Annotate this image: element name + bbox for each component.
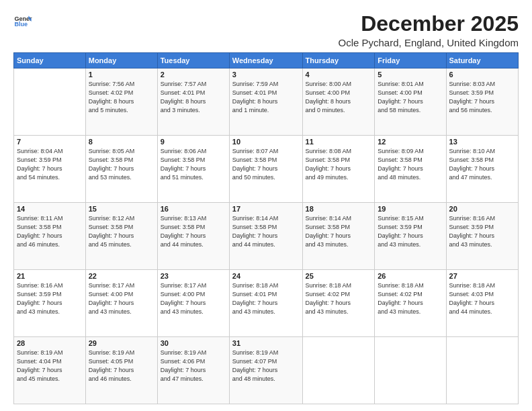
header-saturday: Saturday: [446, 53, 518, 68]
day-number: 8: [89, 138, 154, 146]
day-number: 22: [89, 272, 154, 280]
day-number: 29: [89, 339, 154, 347]
header-wednesday: Wednesday: [229, 53, 302, 68]
day-number: 15: [89, 205, 154, 213]
day-info: Sunrise: 7:59 AM Sunset: 4:01 PM Dayligh…: [232, 80, 300, 115]
day-info: Sunrise: 8:07 AM Sunset: 3:58 PM Dayligh…: [232, 147, 300, 182]
header-thursday: Thursday: [302, 53, 375, 68]
day-number: 19: [378, 205, 443, 213]
calendar-cell: [14, 68, 86, 136]
day-number: 10: [232, 138, 300, 146]
calendar-cell: 15Sunrise: 8:12 AM Sunset: 3:58 PM Dayli…: [85, 203, 157, 270]
calendar-cell: 22Sunrise: 8:17 AM Sunset: 4:00 PM Dayli…: [85, 270, 157, 337]
week-row-4: 28Sunrise: 8:19 AM Sunset: 4:04 PM Dayli…: [14, 337, 519, 404]
calendar-cell: 26Sunrise: 8:18 AM Sunset: 4:02 PM Dayli…: [375, 270, 446, 337]
day-info: Sunrise: 8:08 AM Sunset: 3:58 PM Dayligh…: [306, 147, 372, 182]
calendar-cell: [302, 337, 375, 404]
day-number: 12: [378, 138, 443, 146]
day-info: Sunrise: 8:17 AM Sunset: 4:00 PM Dayligh…: [89, 281, 154, 316]
calendar-cell: [446, 337, 518, 404]
day-info: Sunrise: 8:06 AM Sunset: 3:58 PM Dayligh…: [161, 147, 226, 182]
day-info: Sunrise: 8:14 AM Sunset: 3:58 PM Dayligh…: [306, 214, 372, 249]
calendar-cell: 9Sunrise: 8:06 AM Sunset: 3:58 PM Daylig…: [157, 136, 229, 203]
calendar-cell: 16Sunrise: 8:13 AM Sunset: 3:58 PM Dayli…: [157, 203, 229, 270]
week-row-2: 14Sunrise: 8:11 AM Sunset: 3:58 PM Dayli…: [14, 203, 519, 270]
day-info: Sunrise: 8:16 AM Sunset: 3:59 PM Dayligh…: [449, 214, 515, 249]
week-row-3: 21Sunrise: 8:16 AM Sunset: 3:59 PM Dayli…: [14, 270, 519, 337]
day-info: Sunrise: 8:12 AM Sunset: 3:58 PM Dayligh…: [89, 214, 154, 249]
header-monday: Monday: [85, 53, 157, 68]
day-number: 27: [449, 272, 515, 280]
day-info: Sunrise: 8:16 AM Sunset: 3:59 PM Dayligh…: [17, 281, 83, 316]
day-number: 9: [161, 138, 226, 146]
header: General Blue December 2025 Ocle Pychard,…: [13, 12, 519, 48]
header-tuesday: Tuesday: [157, 53, 229, 68]
day-info: Sunrise: 8:10 AM Sunset: 3:58 PM Dayligh…: [449, 147, 515, 182]
logo-icon: General Blue: [13, 12, 32, 31]
day-number: 31: [232, 339, 300, 347]
day-number: 3: [232, 71, 300, 79]
calendar-cell: 18Sunrise: 8:14 AM Sunset: 3:58 PM Dayli…: [302, 203, 375, 270]
calendar: SundayMondayTuesdayWednesdayThursdayFrid…: [13, 52, 519, 404]
day-info: Sunrise: 8:01 AM Sunset: 4:00 PM Dayligh…: [378, 80, 443, 115]
week-row-0: 1Sunrise: 7:56 AM Sunset: 4:02 PM Daylig…: [14, 68, 519, 136]
day-info: Sunrise: 8:04 AM Sunset: 3:59 PM Dayligh…: [17, 147, 83, 182]
calendar-cell: 28Sunrise: 8:19 AM Sunset: 4:04 PM Dayli…: [14, 337, 86, 404]
subtitle: Ocle Pychard, England, United Kingdom: [339, 37, 519, 48]
day-number: 26: [378, 272, 443, 280]
day-info: Sunrise: 8:13 AM Sunset: 3:58 PM Dayligh…: [161, 214, 226, 249]
calendar-cell: 30Sunrise: 8:19 AM Sunset: 4:06 PM Dayli…: [157, 337, 229, 404]
calendar-cell: 2Sunrise: 7:57 AM Sunset: 4:01 PM Daylig…: [157, 68, 229, 136]
calendar-cell: 13Sunrise: 8:10 AM Sunset: 3:58 PM Dayli…: [446, 136, 518, 203]
day-number: 16: [161, 205, 226, 213]
calendar-cell: 21Sunrise: 8:16 AM Sunset: 3:59 PM Dayli…: [14, 270, 86, 337]
calendar-cell: 6Sunrise: 8:03 AM Sunset: 3:59 PM Daylig…: [446, 68, 518, 136]
day-number: 20: [449, 205, 515, 213]
day-number: 25: [306, 272, 372, 280]
day-info: Sunrise: 8:03 AM Sunset: 3:59 PM Dayligh…: [449, 80, 515, 115]
day-info: Sunrise: 8:18 AM Sunset: 4:01 PM Dayligh…: [232, 281, 300, 316]
calendar-header-row: SundayMondayTuesdayWednesdayThursdayFrid…: [14, 53, 519, 68]
page: General Blue December 2025 Ocle Pychard,…: [0, 0, 532, 411]
logo: General Blue: [13, 12, 32, 31]
day-number: 17: [232, 205, 300, 213]
calendar-cell: 4Sunrise: 8:00 AM Sunset: 4:00 PM Daylig…: [302, 68, 375, 136]
day-info: Sunrise: 8:05 AM Sunset: 3:58 PM Dayligh…: [89, 147, 154, 182]
day-number: 1: [89, 71, 154, 79]
calendar-cell: 1Sunrise: 7:56 AM Sunset: 4:02 PM Daylig…: [85, 68, 157, 136]
day-info: Sunrise: 7:57 AM Sunset: 4:01 PM Dayligh…: [161, 80, 226, 115]
header-friday: Friday: [375, 53, 446, 68]
day-number: 6: [449, 71, 515, 79]
day-info: Sunrise: 8:14 AM Sunset: 3:58 PM Dayligh…: [232, 214, 300, 249]
day-number: 28: [17, 339, 83, 347]
calendar-cell: 24Sunrise: 8:18 AM Sunset: 4:01 PM Dayli…: [229, 270, 302, 337]
calendar-cell: 11Sunrise: 8:08 AM Sunset: 3:58 PM Dayli…: [302, 136, 375, 203]
calendar-cell: [375, 337, 446, 404]
day-number: 23: [161, 272, 226, 280]
calendar-cell: 27Sunrise: 8:18 AM Sunset: 4:03 PM Dayli…: [446, 270, 518, 337]
day-info: Sunrise: 8:19 AM Sunset: 4:05 PM Dayligh…: [89, 349, 154, 383]
title-block: December 2025 Ocle Pychard, England, Uni…: [339, 12, 519, 48]
calendar-cell: 8Sunrise: 8:05 AM Sunset: 3:58 PM Daylig…: [85, 136, 157, 203]
day-number: 2: [161, 71, 226, 79]
day-number: 18: [306, 205, 372, 213]
day-info: Sunrise: 8:19 AM Sunset: 4:06 PM Dayligh…: [161, 349, 226, 383]
day-info: Sunrise: 7:56 AM Sunset: 4:02 PM Dayligh…: [89, 80, 154, 115]
calendar-cell: 10Sunrise: 8:07 AM Sunset: 3:58 PM Dayli…: [229, 136, 302, 203]
day-number: 13: [449, 138, 515, 146]
day-number: 11: [306, 138, 372, 146]
calendar-cell: 17Sunrise: 8:14 AM Sunset: 3:58 PM Dayli…: [229, 203, 302, 270]
calendar-cell: 19Sunrise: 8:15 AM Sunset: 3:59 PM Dayli…: [375, 203, 446, 270]
calendar-cell: 5Sunrise: 8:01 AM Sunset: 4:00 PM Daylig…: [375, 68, 446, 136]
day-info: Sunrise: 8:15 AM Sunset: 3:59 PM Dayligh…: [378, 214, 443, 249]
day-number: 4: [306, 71, 372, 79]
day-info: Sunrise: 8:19 AM Sunset: 4:07 PM Dayligh…: [232, 349, 300, 383]
calendar-cell: 7Sunrise: 8:04 AM Sunset: 3:59 PM Daylig…: [14, 136, 86, 203]
day-number: 5: [378, 71, 443, 79]
day-info: Sunrise: 8:19 AM Sunset: 4:04 PM Dayligh…: [17, 349, 83, 383]
day-number: 7: [17, 138, 83, 146]
day-number: 24: [232, 272, 300, 280]
day-number: 14: [17, 205, 83, 213]
calendar-cell: 25Sunrise: 8:18 AM Sunset: 4:02 PM Dayli…: [302, 270, 375, 337]
month-title: December 2025: [339, 12, 519, 36]
